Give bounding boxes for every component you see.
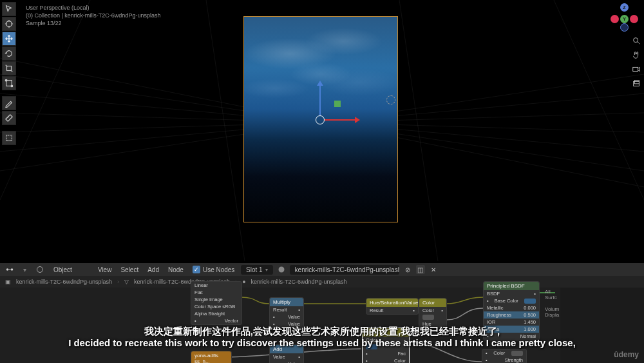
tool-rotate[interactable] [2, 46, 16, 61]
mesh-icon: ▽ [124, 279, 129, 285]
world-icon: ▣ [5, 279, 11, 285]
node-color[interactable]: Color Color• Hue [419, 298, 447, 328]
hdr-object: Object [53, 266, 72, 273]
breadcrumb-item-2[interactable]: kenrick-mills-T2C-6wdndPg-unsplash [251, 279, 347, 285]
svg-rect-12 [7, 66, 12, 71]
viewport-header-info: User Perspective (Local) (0) Collection … [26, 4, 160, 27]
node-emission[interactable]: •Color •Strength [482, 349, 527, 363]
node-image-texture[interactable]: Linear Flat Single Image Color Space sRG… [191, 281, 242, 325]
node-multiply[interactable]: Multiply Result• •Value •Value [269, 297, 304, 328]
svg-point-14 [5, 79, 7, 81]
svg-point-24 [278, 267, 284, 273]
viewport-3d[interactable] [0, 0, 644, 261]
node-image-texture-2[interactable]: yona-adfis ss_h... ▦ ▣ ✕ Linear [191, 351, 232, 363]
tool-annotate[interactable] [2, 96, 16, 110]
tool-transform[interactable] [2, 76, 16, 90]
perspective-icon[interactable] [631, 78, 641, 88]
tool-cursor[interactable] [2, 17, 16, 31]
zoom-icon[interactable] [631, 35, 641, 46]
slot-dropdown[interactable]: Slot 1▾ [241, 265, 273, 275]
svg-point-15 [11, 85, 13, 87]
transform-gizmo[interactable] [320, 120, 321, 121]
svg-point-17 [634, 38, 638, 43]
node-editor[interactable]: ▾ Object View Select Add Node ✓Use Nodes… [0, 263, 644, 363]
hand-icon[interactable] [631, 50, 641, 60]
output-socket-surface: AllSurfcVolumDispla [545, 289, 559, 318]
node-mix-multiply-selected[interactable]: Multiply Color• •Fac •Color •Color [362, 328, 410, 363]
brand-watermark: ûdemy [614, 350, 639, 359]
close-icon[interactable]: ✕ [429, 265, 438, 274]
light-object[interactable] [386, 95, 395, 104]
svg-line-8 [399, 0, 438, 261]
svg-point-21 [6, 268, 9, 271]
tool-select-box[interactable] [2, 2, 16, 16]
node-editor-header: ▾ Object View Select Add Node ✓Use Nodes… [0, 263, 644, 276]
svg-line-7 [206, 0, 245, 261]
svg-rect-18 [633, 67, 638, 71]
svg-point-11 [6, 21, 12, 27]
material-name-field[interactable]: kenrick-mills-T2C-6wdndPg-unsplash [290, 265, 399, 275]
axis-gizmo[interactable]: Z Y [611, 3, 639, 32]
material-icon [35, 265, 44, 274]
pin-icon[interactable]: ⊘ [403, 265, 412, 274]
svg-point-23 [37, 267, 43, 273]
menu-select[interactable]: Select [120, 266, 138, 273]
node-principled-bsdf[interactable]: Principled BSDF BSDF• •Base Color Metall… [483, 281, 540, 340]
menu-add[interactable]: Add [147, 266, 159, 273]
editor-type-icon[interactable] [5, 265, 14, 274]
tool-scale[interactable] [2, 61, 16, 75]
svg-rect-20 [634, 81, 639, 84]
node-hsv[interactable]: Hue/Saturation/Value Result• [366, 298, 419, 315]
tool-measure[interactable] [2, 111, 16, 125]
camera-icon[interactable] [631, 64, 641, 74]
menu-view[interactable]: View [98, 266, 112, 273]
material-icon: ● [242, 279, 245, 285]
use-nodes-checkbox[interactable]: ✓Use Nodes [193, 266, 234, 273]
svg-rect-16 [6, 135, 12, 141]
tool-add-mesh[interactable] [2, 131, 16, 145]
breadcrumb-item-0[interactable]: kenrick-mills-T2C-6wdndPg-unsplash [16, 279, 112, 285]
node-add-math[interactable]: Add Value• •Value •Value [269, 344, 304, 363]
svg-point-22 [11, 268, 14, 271]
tool-move[interactable] [2, 32, 16, 46]
menu-node[interactable]: Node [168, 266, 184, 273]
material-sphere-icon [277, 265, 286, 274]
shield-icon[interactable]: ◫ [416, 265, 425, 274]
